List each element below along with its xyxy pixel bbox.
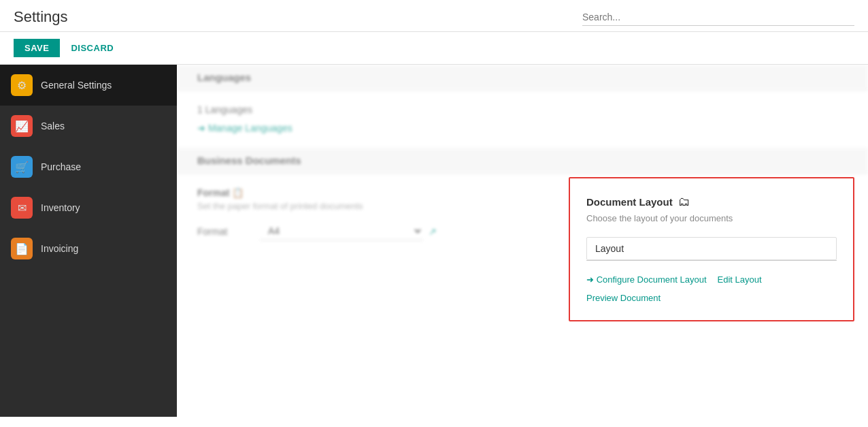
sidebar-label-purchase: Purchase: [41, 161, 81, 172]
discard-button[interactable]: DISCARD: [71, 43, 114, 53]
sidebar-item-general[interactable]: ⚙ General Settings: [0, 65, 177, 106]
sidebar-item-inventory[interactable]: ✉ Inventory: [0, 187, 177, 228]
search-container: [582, 9, 854, 26]
sidebar-label-invoicing: Invoicing: [41, 243, 78, 254]
configure-document-layout-link[interactable]: Configure Document Layout: [586, 274, 707, 285]
section-header-languages: Languages: [177, 65, 868, 91]
page-title: Settings: [14, 8, 68, 26]
section-header-business-docs: Business Documents: [177, 148, 868, 174]
sales-icon: 📈: [11, 115, 33, 137]
popup-document-icon: 🗂: [678, 195, 690, 209]
purchase-icon: 🛒: [11, 156, 33, 178]
main-layout: ⚙ General Settings 📈 Sales 🛒 Purchase ✉ …: [0, 65, 868, 417]
action-bar: SAVE DISCARD: [0, 32, 868, 65]
layout-select-underline: [586, 260, 837, 261]
sidebar-item-purchase[interactable]: 🛒 Purchase: [0, 146, 177, 187]
save-button[interactable]: SAVE: [14, 39, 60, 57]
document-layout-popup: Document Layout 🗂 Choose the layout of y…: [569, 177, 854, 321]
manage-languages-link[interactable]: Manage Languages: [197, 123, 293, 133]
external-link-icon[interactable]: ↗: [429, 226, 437, 237]
sidebar-label-general: General Settings: [41, 80, 112, 91]
languages-count: 1 Languages: [197, 104, 848, 115]
sidebar-label-inventory: Inventory: [41, 202, 80, 213]
languages-content: 1 Languages Manage Languages: [177, 91, 868, 148]
invoicing-icon: 📄: [11, 238, 33, 259]
layout-select[interactable]: Layout Light Boxed Bold Clean: [586, 237, 837, 260]
general-settings-icon: ⚙: [11, 74, 33, 96]
preview-document-container: Preview Document: [586, 291, 837, 304]
languages-section-title: Languages: [197, 72, 251, 83]
popup-subtitle: Choose the layout of your documents: [586, 213, 837, 223]
preview-document-link[interactable]: Preview Document: [586, 293, 661, 303]
sidebar-label-sales: Sales: [41, 121, 65, 131]
format-row-label: Format: [197, 226, 252, 237]
inventory-icon: ✉: [11, 197, 33, 219]
format-select[interactable]: A4 A3 Letter: [260, 222, 423, 240]
layout-select-wrapper: Layout Light Boxed Bold Clean: [586, 237, 837, 261]
popup-actions: Configure Document Layout Edit Layout: [586, 274, 837, 285]
header: Settings: [0, 0, 868, 32]
search-input[interactable]: [582, 9, 854, 26]
edit-layout-link[interactable]: Edit Layout: [718, 274, 762, 285]
format-icon: 📋: [232, 187, 244, 198]
sidebar: ⚙ General Settings 📈 Sales 🛒 Purchase ✉ …: [0, 65, 177, 417]
popup-title: Document Layout: [586, 196, 673, 208]
sidebar-item-invoicing[interactable]: 📄 Invoicing: [0, 228, 177, 269]
business-docs-title: Business Documents: [197, 155, 301, 166]
popup-title-row: Document Layout 🗂: [586, 195, 837, 209]
format-select-wrapper: A4 A3 Letter ↗: [260, 222, 437, 240]
sidebar-item-sales[interactable]: 📈 Sales: [0, 106, 177, 146]
